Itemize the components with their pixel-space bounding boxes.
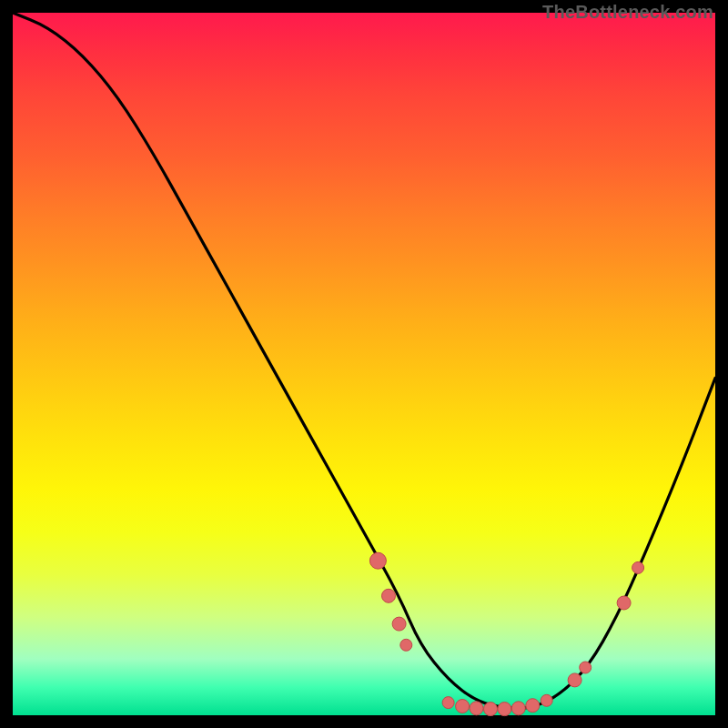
data-marker — [470, 702, 483, 715]
data-marker — [511, 702, 525, 715]
data-marker — [382, 589, 396, 602]
data-marker — [580, 662, 592, 673]
chart-frame: TheBottleneck.com — [0, 0, 728, 728]
marker-layer — [369, 552, 643, 715]
chart-svg — [13, 13, 715, 715]
data-marker — [392, 617, 406, 631]
data-marker — [400, 639, 412, 651]
data-marker — [456, 700, 470, 713]
data-marker — [442, 697, 454, 709]
data-marker — [369, 552, 386, 569]
data-marker — [568, 673, 581, 687]
data-marker — [526, 699, 540, 713]
bottleneck-curve — [13, 13, 715, 708]
data-marker — [498, 703, 511, 716]
data-marker — [632, 561, 644, 573]
data-marker — [484, 703, 498, 716]
data-marker — [541, 694, 552, 706]
watermark-text: TheBottleneck.com — [542, 2, 713, 23]
data-marker — [617, 596, 631, 610]
